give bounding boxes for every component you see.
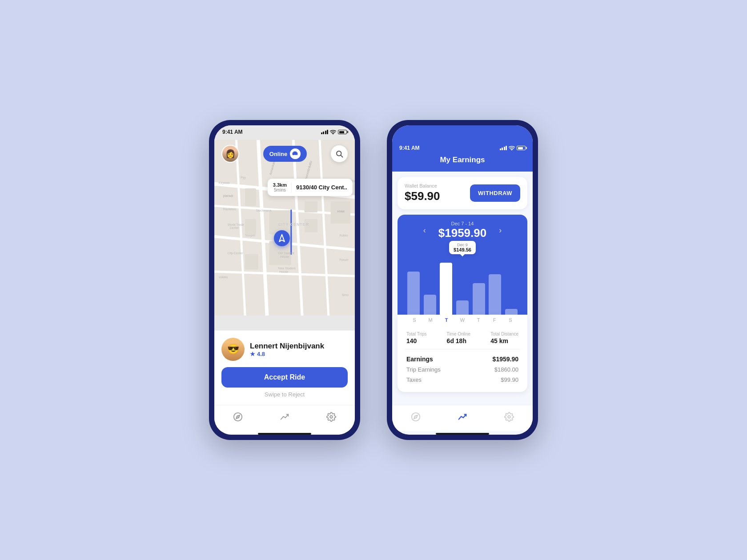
rating-value: 4.8 (257, 351, 265, 357)
svg-marker-51 (414, 415, 418, 419)
rider-rating: ★ 4.8 (250, 351, 324, 357)
svg-text:Kukko: Kukko (339, 234, 348, 237)
bar-w (456, 257, 469, 315)
status-icons-2 (500, 145, 526, 151)
nav-chart-1[interactable] (277, 409, 293, 425)
svg-text:CITY CENTER: CITY CENTER (278, 222, 309, 227)
earnings-breakdown: Earnings $1959.90 Trip Earnings $1860.00… (405, 349, 520, 385)
online-status-pill[interactable]: Online (263, 146, 307, 162)
stat-time-online: Time Online 6d 18h (447, 332, 471, 344)
next-period-button[interactable]: › (495, 226, 505, 235)
wallet-card: Wallet Balance $59.90 WITHDRAW (398, 177, 527, 209)
status-time-2: 9:41 AM (399, 145, 420, 151)
bar-t2 (473, 257, 485, 315)
star-icon: ★ (250, 351, 255, 357)
svg-rect-12 (245, 219, 256, 235)
period-amount: $1959.90 (438, 226, 486, 240)
wifi-icon (330, 129, 336, 135)
bar-w-fill (456, 300, 469, 315)
period-dates: Dec 7 - 14 (438, 221, 486, 226)
earnings-value: $1959.90 (493, 356, 518, 363)
bar-s2 (505, 257, 518, 315)
reject-label: Swipe to Reject (221, 391, 348, 398)
nav-chart-2-active[interactable] (454, 409, 470, 425)
bottom-nav-1 (214, 405, 355, 431)
settings-icon-1 (326, 412, 336, 422)
status-icons-1 (321, 129, 347, 135)
nav-compass-2[interactable] (408, 409, 424, 425)
tooltip-value: $149.56 (454, 247, 471, 252)
home-indicator-2 (436, 433, 489, 435)
location-marker (274, 230, 290, 246)
earnings-header: 9:41 AM (392, 125, 533, 172)
compass-icon-2 (411, 412, 421, 422)
time-online-value: 6d 18h (447, 337, 471, 344)
svg-point-52 (508, 416, 511, 418)
spacer (392, 392, 533, 405)
svg-text:Simo: Simo (341, 293, 349, 296)
svg-point-48 (330, 416, 333, 418)
driver-avatar[interactable]: 👩 (221, 145, 239, 163)
total-distance-value: 45 km (490, 337, 518, 344)
chart-tooltip-wrap: Dec 9 $149.56 (405, 241, 520, 255)
svg-text:House: House (280, 255, 289, 258)
svg-text:Pyy: Pyy (241, 176, 246, 180)
route-time: 5mins (273, 188, 287, 192)
svg-rect-42 (294, 155, 295, 156)
earnings-title: My Earnings (399, 156, 526, 164)
svg-text:House: House (279, 270, 288, 273)
total-trips-label: Total Trips (406, 332, 427, 336)
earnings-label: Earnings (406, 356, 433, 363)
svg-line-45 (341, 155, 342, 157)
svg-text:Kirjatalo: Kirjatalo (219, 181, 230, 185)
breakdown-earnings: Earnings $1959.90 (406, 354, 518, 364)
settings-icon-2 (504, 412, 514, 422)
route-popup: 3.3km 5mins 9130/40 City Cent.. (268, 179, 353, 196)
svg-rect-43 (296, 155, 297, 156)
chart-label-w: W (456, 317, 469, 323)
chart-label-s2: S (504, 317, 517, 323)
svg-text:Forum: Forum (339, 258, 348, 261)
svg-text:Stockmann: Stockmann (256, 209, 272, 212)
prev-period-button[interactable]: ‹ (420, 226, 430, 235)
search-button[interactable] (331, 145, 348, 162)
svg-rect-11 (245, 188, 256, 206)
chart-tooltip: Dec 9 $149.56 (449, 241, 476, 254)
time-online-label: Time Online (447, 332, 471, 336)
signal-icon-2 (500, 146, 507, 150)
battery-icon (338, 130, 347, 134)
accept-ride-button[interactable]: Accept Ride (221, 367, 348, 388)
svg-text:Rautatalo: Rautatalo (223, 208, 237, 211)
chart-icon-1 (280, 412, 289, 422)
rider-name: Lennert Nijenbijvank (250, 342, 324, 351)
chart-tooltip-container: Dec 9 $149.56 (449, 241, 476, 255)
svg-text:World Trade: World Trade (228, 223, 245, 226)
nav-settings-1[interactable] (323, 409, 339, 425)
bar-s1 (407, 257, 420, 315)
car-icon-wrap (290, 148, 301, 159)
status-bar-1: 9:41 AM (214, 125, 355, 137)
battery-icon-2 (517, 146, 526, 150)
withdraw-button[interactable]: WITHDRAW (470, 184, 520, 202)
chart-label-t1: T (440, 317, 453, 323)
svg-marker-40 (279, 234, 285, 241)
status-bar-2: 9:41 AM (399, 145, 526, 151)
svg-point-41 (333, 134, 333, 135)
svg-text:planadi: planadi (223, 194, 233, 198)
stats-row: Total Trips 140 Time Online 6d 18h Total… (405, 327, 520, 349)
nav-settings-2[interactable] (501, 409, 517, 425)
search-icon (335, 150, 343, 158)
online-label: Online (269, 151, 287, 157)
breakdown-trip: Trip Earnings $1860.00 (406, 364, 518, 375)
chart-card-white: S M T W T F S Total Trips 140 Time Onlin… (398, 315, 527, 392)
ride-card: 😎 Lennert Nijenbijvank ★ 4.8 Accept Ride… (214, 330, 355, 405)
stat-total-trips: Total Trips 140 (406, 332, 427, 344)
svg-point-49 (511, 150, 512, 151)
period-nav: ‹ Dec 7 - 14 $1959.90 › (405, 221, 520, 240)
svg-text:City-Center: City-Center (228, 252, 244, 255)
home-indicator-1 (258, 433, 311, 435)
bar-t1-fill (440, 263, 452, 315)
nav-compass-1[interactable] (230, 409, 246, 425)
svg-text:Soopeli: Soopeli (245, 234, 256, 237)
taxes-label: Taxes (406, 376, 422, 383)
